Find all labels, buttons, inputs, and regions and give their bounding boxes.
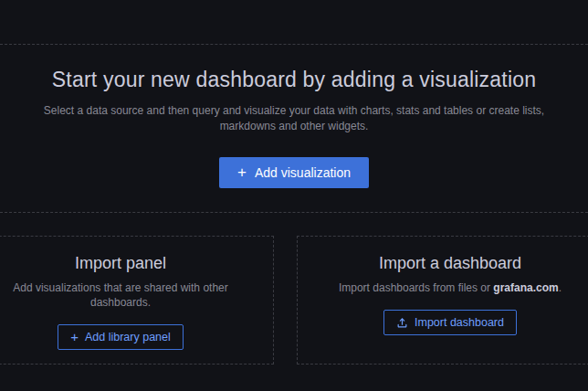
dashboard-empty-canvas: Start your new dashboard by adding a vis… [0,0,588,391]
import-panel-card: Import panel Add visualizations that are… [0,236,274,365]
grafana-com-text: grafana.com [493,281,558,294]
add-visualization-panel: Start your new dashboard by adding a vis… [0,44,588,213]
import-dashboard-description-prefix: Import dashboards from files or [339,281,493,294]
plus-icon: + [237,164,247,180]
import-dashboard-card: Import a dashboard Import dashboards fro… [297,236,588,365]
import-dashboard-button-label: Import dashboard [415,316,504,329]
import-dashboard-description-suffix: . [559,281,562,294]
add-library-panel-button-label: Add library panel [85,331,171,343]
page-subtitle: Select a data source and then query and … [16,103,572,134]
upload-icon [396,317,408,329]
import-dashboard-button[interactable]: Import dashboard [383,310,517,335]
add-visualization-button-label: Add visualization [255,165,351,180]
add-visualization-button[interactable]: + Add visualization [219,157,369,188]
import-panel-title: Import panel [75,253,166,274]
import-panel-description: Add visualizations that are shared with … [5,280,236,310]
add-library-panel-button[interactable]: + Add library panel [58,324,184,350]
page-title: Start your new dashboard by adding a vis… [52,66,536,93]
import-dashboard-description: Import dashboards from files or grafana.… [339,280,562,295]
plus-icon: + [70,330,79,343]
import-dashboard-title: Import a dashboard [379,253,521,274]
